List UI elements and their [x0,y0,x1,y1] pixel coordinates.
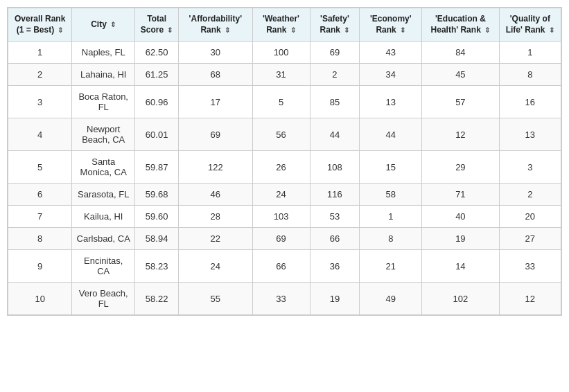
qol-cell: 16 [499,86,561,118]
edu-health-cell: 84 [422,42,499,64]
weather-cell: 103 [252,206,310,228]
score-cell: 62.50 [135,42,179,64]
score-cell: 60.96 [135,86,179,118]
weather-cell: 5 [252,86,310,118]
weather-cell: 100 [252,42,310,64]
rank-cell: 8 [8,228,72,250]
sort-icon-economy: ⇕ [400,26,405,35]
table-row: 9Encinitas, CA58.23246636211433 [8,250,561,283]
qol-cell: 20 [499,206,561,228]
rank-cell: 6 [8,184,72,206]
score-cell: 61.25 [135,64,179,86]
economy-cell: 49 [360,283,422,315]
safety-cell: 116 [310,184,360,206]
safety-cell: 36 [310,250,360,283]
rank-cell: 4 [8,118,72,151]
header-city[interactable]: City ⇕ [72,8,135,42]
economy-cell: 21 [360,250,422,283]
rankings-table: Overall Rank (1 = Best) ⇕ City ⇕ Total S… [8,8,561,315]
edu-health-cell: 71 [422,184,499,206]
affordability-cell: 30 [179,42,253,64]
edu-health-cell: 14 [422,250,499,283]
table-body: 1Naples, FL62.503010069438412Lahaina, HI… [8,42,561,315]
table-row: 2Lahaina, HI61.256831234458 [8,64,561,86]
header-affordability[interactable]: 'Affordability' Rank ⇕ [179,8,253,42]
affordability-cell: 68 [179,64,253,86]
sort-icon-safety: ⇕ [344,26,349,35]
city-cell: Naples, FL [72,42,135,64]
header-overall-rank[interactable]: Overall Rank (1 = Best) ⇕ [8,8,72,42]
score-cell: 59.68 [135,184,179,206]
city-cell: Lahaina, HI [72,64,135,86]
edu-health-cell: 19 [422,228,499,250]
edu-health-cell: 12 [422,118,499,151]
city-cell: Carlsbad, CA [72,228,135,250]
rank-cell: 3 [8,86,72,118]
affordability-cell: 46 [179,184,253,206]
affordability-cell: 28 [179,206,253,228]
score-cell: 58.94 [135,228,179,250]
table-row: 10Vero Beach, FL58.225533194910212 [8,283,561,315]
score-cell: 58.23 [135,250,179,283]
economy-cell: 13 [360,86,422,118]
table-row: 1Naples, FL62.50301006943841 [8,42,561,64]
table-row: 7Kailua, HI59.60281035314020 [8,206,561,228]
safety-cell: 2 [310,64,360,86]
table-row: 6Sarasota, FL59.68462411658712 [8,184,561,206]
rankings-table-wrapper: Overall Rank (1 = Best) ⇕ City ⇕ Total S… [7,7,562,316]
affordability-cell: 69 [179,118,253,151]
weather-cell: 69 [252,228,310,250]
city-cell: Boca Raton, FL [72,86,135,118]
safety-cell: 85 [310,86,360,118]
table-row: 5Santa Monica, CA59.871222610815293 [8,151,561,184]
sort-icon-city: ⇕ [110,20,116,29]
score-cell: 60.01 [135,118,179,151]
header-education-health[interactable]: 'Education & Health' Rank ⇕ [422,8,499,42]
header-total-score[interactable]: Total Score ⇕ [135,8,179,42]
qol-cell: 13 [499,118,561,151]
rank-cell: 5 [8,151,72,184]
qol-cell: 12 [499,283,561,315]
rank-cell: 7 [8,206,72,228]
economy-cell: 43 [360,42,422,64]
economy-cell: 44 [360,118,422,151]
city-cell: Kailua, HI [72,206,135,228]
header-weather[interactable]: 'Weather' Rank ⇕ [252,8,310,42]
affordability-cell: 22 [179,228,253,250]
sort-icon-quality-of-life: ⇕ [549,26,554,35]
edu-health-cell: 45 [422,64,499,86]
header-economy[interactable]: 'Economy' Rank ⇕ [360,8,422,42]
qol-cell: 27 [499,228,561,250]
weather-cell: 26 [252,151,310,184]
score-cell: 59.60 [135,206,179,228]
weather-cell: 33 [252,283,310,315]
edu-health-cell: 102 [422,283,499,315]
city-cell: Newport Beach, CA [72,118,135,151]
sort-icon-weather: ⇕ [290,26,296,35]
qol-cell: 3 [499,151,561,184]
affordability-cell: 55 [179,283,253,315]
affordability-cell: 24 [179,250,253,283]
sort-icon-affordability: ⇕ [225,26,230,35]
economy-cell: 8 [360,228,422,250]
economy-cell: 1 [360,206,422,228]
safety-cell: 69 [310,42,360,64]
weather-cell: 66 [252,250,310,283]
qol-cell: 33 [499,250,561,283]
qol-cell: 8 [499,64,561,86]
header-safety[interactable]: 'Safety' Rank ⇕ [310,8,360,42]
economy-cell: 15 [360,151,422,184]
economy-cell: 58 [360,184,422,206]
sort-icon-education-health: ⇕ [484,26,490,35]
table-row: 3Boca Raton, FL60.9617585135716 [8,86,561,118]
rank-cell: 2 [8,64,72,86]
header-quality-of-life[interactable]: 'Quality of Life' Rank ⇕ [499,8,561,42]
rank-cell: 10 [8,283,72,315]
city-cell: Santa Monica, CA [72,151,135,184]
weather-cell: 31 [252,64,310,86]
rank-cell: 1 [8,42,72,64]
score-cell: 58.22 [135,283,179,315]
edu-health-cell: 29 [422,151,499,184]
safety-cell: 19 [310,283,360,315]
city-cell: Vero Beach, FL [72,283,135,315]
